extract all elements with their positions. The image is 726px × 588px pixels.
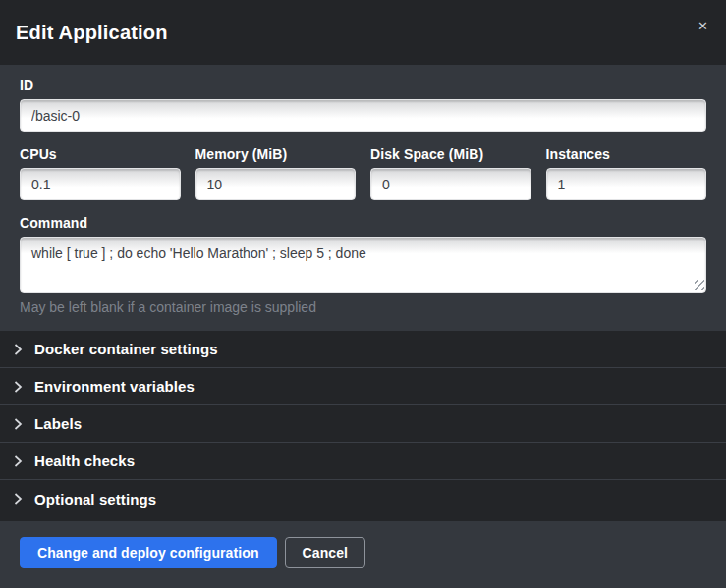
chevron-right-icon — [14, 493, 23, 505]
section-label: Health checks — [34, 453, 135, 469]
command-help-text: May be left blank if a container image i… — [20, 299, 706, 315]
change-and-deploy-button[interactable]: Change and deploy configuration — [20, 537, 277, 568]
edit-application-modal: Edit Application ✕ ID CPUs Memory (MiB) … — [0, 0, 726, 588]
chevron-right-icon — [14, 418, 23, 430]
command-label: Command — [20, 215, 706, 231]
resources-row: CPUs Memory (MiB) Disk Space (MiB) Insta… — [20, 146, 706, 200]
disk-field-group: Disk Space (MiB) — [370, 146, 531, 200]
section-label: Optional settings — [34, 491, 156, 508]
memory-label: Memory (MiB) — [195, 146, 357, 162]
cancel-button[interactable]: Cancel — [285, 537, 366, 568]
modal-title: Edit Application — [16, 22, 168, 44]
disk-label: Disk Space (MiB) — [370, 146, 531, 162]
disk-input[interactable] — [370, 168, 531, 200]
section-environment-variables[interactable]: Environment variables — [0, 368, 726, 405]
section-health-checks[interactable]: Health checks — [0, 443, 726, 480]
chevron-right-icon — [14, 455, 23, 467]
id-field-group: ID — [20, 78, 706, 132]
resize-handle-icon[interactable] — [695, 280, 704, 290]
instances-label: Instances — [546, 146, 707, 162]
chevron-right-icon — [14, 381, 23, 393]
collapsible-sections: Docker container settings Environment va… — [0, 331, 726, 521]
memory-input[interactable] — [195, 168, 357, 200]
command-textarea-wrap: while [ true ] ; do echo 'Hello Marathon… — [20, 237, 706, 293]
section-docker-container-settings[interactable]: Docker container settings — [0, 331, 726, 368]
section-labels[interactable]: Labels — [0, 405, 726, 443]
instances-input[interactable] — [546, 168, 707, 200]
close-icon[interactable]: ✕ — [692, 14, 714, 38]
edit-application-form: ID CPUs Memory (MiB) Disk Space (MiB) In… — [0, 65, 726, 331]
id-input[interactable] — [20, 99, 706, 132]
cpus-label: CPUs — [20, 146, 181, 162]
command-textarea[interactable]: while [ true ] ; do echo 'Hello Marathon… — [20, 237, 706, 293]
section-label: Docker container settings — [34, 341, 218, 357]
section-label: Labels — [34, 415, 82, 432]
instances-field-group: Instances — [546, 146, 707, 200]
command-field-group: Command while [ true ] ; do echo 'Hello … — [20, 215, 706, 315]
memory-field-group: Memory (MiB) — [195, 146, 357, 200]
cpus-input[interactable] — [20, 168, 181, 200]
chevron-right-icon — [14, 344, 23, 355]
section-optional-settings[interactable]: Optional settings — [0, 480, 726, 517]
id-label: ID — [20, 78, 706, 93]
cpus-field-group: CPUs — [20, 146, 181, 200]
section-label: Environment variables — [34, 378, 195, 395]
modal-footer: Change and deploy configuration Cancel — [0, 521, 726, 588]
modal-header: Edit Application ✕ — [0, 0, 726, 65]
